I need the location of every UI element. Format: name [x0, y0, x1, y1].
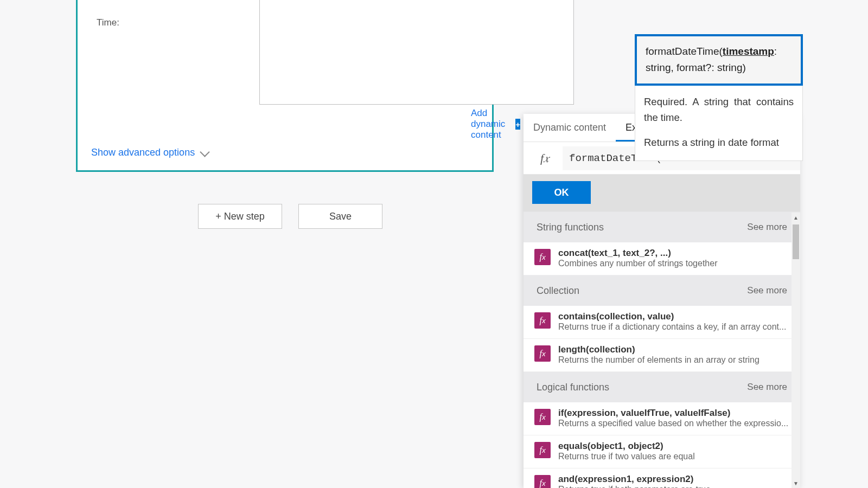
tooltip-required-text: Required. A string that contains the tim…	[644, 94, 794, 125]
scroll-up-icon[interactable]: ▲	[792, 213, 800, 222]
show-advanced-label: Show advanced options	[91, 147, 195, 158]
chevron-down-icon	[201, 147, 212, 158]
save-button[interactable]: Save	[298, 204, 382, 229]
flow-actions: + New step Save	[198, 204, 382, 229]
function-item[interactable]: fx equals(object1, object2) Returns true…	[524, 435, 800, 468]
fx-icon: f𝑥	[532, 146, 557, 171]
group-title: Logical functions	[537, 382, 609, 393]
tooltip-sig-prefix: formatDateTime(	[646, 46, 723, 57]
fx-icon: fx	[534, 442, 551, 458]
scroll-down-icon[interactable]: ▼	[792, 478, 800, 488]
fx-icon: fx	[534, 312, 551, 329]
function-item[interactable]: fx length(collection) Returns the number…	[524, 339, 800, 372]
function-item[interactable]: fx and(expression1, expression2) Returns…	[524, 468, 800, 488]
function-description: Returns true if both parameters are true	[558, 485, 789, 488]
scroll-thumb[interactable]	[793, 224, 799, 259]
user-field-label: Name of the user:	[97, 0, 204, 2]
see-more-link[interactable]: See more	[747, 285, 787, 296]
fx-icon: fx	[534, 409, 551, 425]
add-dynamic-content-label: Add dynamic content	[471, 108, 511, 140]
function-signature: contains(collection, value)	[558, 311, 789, 322]
tooltip-sig-arg: timestamp	[723, 46, 774, 57]
plus-icon: +	[515, 119, 520, 130]
function-description: Returns true if two values are equal	[558, 452, 789, 461]
message-textarea[interactable]: Name ×	[259, 0, 574, 105]
function-description: Returns a specified value based on wheth…	[558, 419, 789, 428]
see-more-link[interactable]: See more	[747, 382, 787, 393]
expression-panel: Dynamic content Exp f𝑥 OK String functio…	[524, 114, 800, 488]
function-signature: and(expression1, expression2)	[558, 474, 789, 485]
function-signature: if(expression, valueIfTrue, valueIfFalse…	[558, 408, 789, 419]
new-step-button[interactable]: + New step	[198, 204, 282, 229]
flow-action-card: Name of the user: Time: Name × Add dynam…	[76, 0, 494, 172]
function-signature: equals(object1, object2)	[558, 441, 789, 452]
function-description: Returns the number of elements in an arr…	[558, 355, 789, 365]
fx-icon: fx	[534, 249, 551, 265]
function-description: Combines any number of strings together	[558, 259, 789, 268]
tooltip-signature: formatDateTime(timestamp: string, format…	[635, 34, 803, 86]
group-title: Collection	[537, 285, 579, 297]
function-item[interactable]: fx concat(text_1, text_2?, ...) Combines…	[524, 242, 800, 275]
fx-icon: fx	[534, 475, 551, 488]
function-item[interactable]: fx contains(collection, value) Returns t…	[524, 306, 800, 339]
tooltip-return-text: Returns a string in date format	[644, 135, 794, 151]
group-header-collection: Collection See more	[524, 275, 800, 306]
group-header-logical: Logical functions See more	[524, 372, 800, 402]
tab-dynamic-content[interactable]: Dynamic content	[524, 114, 616, 142]
see-more-link[interactable]: See more	[747, 222, 787, 233]
expression-confirm-row: OK	[524, 175, 800, 212]
group-header-string: String functions See more	[524, 212, 800, 242]
panel-scrollbar[interactable]: ▲ ▼	[792, 213, 800, 488]
tooltip-body: Required. A string that contains the tim…	[635, 86, 803, 161]
parameter-tooltip: formatDateTime(timestamp: string, format…	[635, 34, 803, 161]
time-field-label: Time:	[97, 17, 204, 28]
function-signature: length(collection)	[558, 344, 789, 355]
function-signature: concat(text_1, text_2?, ...)	[558, 248, 789, 259]
show-advanced-options-link[interactable]: Show advanced options	[91, 147, 212, 158]
function-description: Returns true if a dictionary contains a …	[558, 322, 789, 332]
add-dynamic-content-link[interactable]: Add dynamic content +	[471, 108, 520, 140]
function-item[interactable]: fx if(expression, valueIfTrue, valueIfFa…	[524, 402, 800, 435]
group-title: String functions	[537, 222, 604, 233]
fx-icon: fx	[534, 345, 551, 362]
ok-button[interactable]: OK	[532, 181, 591, 204]
